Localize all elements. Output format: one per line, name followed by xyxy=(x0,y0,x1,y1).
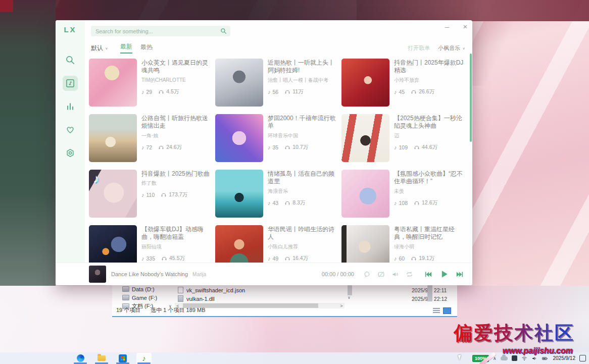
current-song-title[interactable]: Dance Like Nobody's Watching xyxy=(111,271,188,277)
song-count-icon: ♪ xyxy=(268,255,271,262)
playlist-author: TIM的CHARLOTTE xyxy=(141,77,211,84)
taskbar-date[interactable]: 2025/9/12 xyxy=(553,355,576,361)
volume-tray-icon[interactable] xyxy=(531,355,537,361)
taskbar-item-store[interactable] xyxy=(115,353,130,364)
song-count: 29 xyxy=(146,89,153,95)
playlist-title[interactable]: 【氛围感小众歌曲】“忍不住单曲循环！” xyxy=(394,170,464,186)
sidebar-item-songlist[interactable] xyxy=(63,76,78,91)
onedrive-icon[interactable] xyxy=(501,356,508,360)
song-count-icon: ♪ xyxy=(394,89,397,95)
taskbar-item-explorer[interactable] xyxy=(94,353,109,364)
playlist-title[interactable]: 情绪孤岛丨活在自己的频道里 xyxy=(268,170,337,186)
playlist-card[interactable]: 抖音热门丨2025年爆款DJ精选 小玲不放弃 ♪ 45 26.6万 xyxy=(341,59,468,114)
open-songlist-button[interactable]: 打开歌单 xyxy=(408,44,430,52)
playlist-title[interactable]: 近期热歌丨一听就上头丨阿妈特拉姆! xyxy=(268,59,337,75)
playlist-cover[interactable] xyxy=(215,225,263,263)
playlist-title[interactable]: 梦回2000！千禧年流行歌单 xyxy=(268,115,337,130)
battery-icon[interactable] xyxy=(542,355,548,361)
drive-item[interactable]: Game (F:) xyxy=(112,293,173,302)
playlist-card[interactable]: 情绪孤岛丨活在自己的频道里 海浪音乐 ♪ 43 8.3万 xyxy=(215,170,341,225)
playlist-stats: ♪ 43 8.3万 xyxy=(268,199,337,206)
window-scrollbar[interactable] xyxy=(470,54,472,142)
playlist-title[interactable]: 抖音热门丨2025年爆款DJ精选 xyxy=(394,59,464,75)
desktop: LX – × 默认 ∨ xyxy=(0,0,589,364)
sidebar-item-settings[interactable] xyxy=(63,145,78,161)
playlist-cover[interactable] xyxy=(341,170,389,218)
playlist-cover[interactable] xyxy=(89,170,137,218)
taskbar-item-edge[interactable] xyxy=(73,353,88,364)
playlist-cover[interactable] xyxy=(341,225,389,263)
sidebar-item-favorites[interactable] xyxy=(63,122,78,137)
playlist-card[interactable]: 梦回2000！千禧年流行歌单 环球音乐中国 ♪ 35 10.7万 xyxy=(215,114,341,170)
playlist-title[interactable]: 公路自驾丨听旅行热歌送烦恼出走 xyxy=(141,115,211,130)
playlist-title[interactable]: 【劲爆车载DJ】动感嗨曲，嗨翻油箱盖 xyxy=(141,226,211,241)
play-button[interactable] xyxy=(439,269,449,279)
current-song-artist[interactable]: Marija xyxy=(192,272,206,277)
scroll-down-icon[interactable]: ∨ xyxy=(348,295,351,300)
network-icon[interactable] xyxy=(521,355,527,361)
playlist-cover[interactable] xyxy=(341,59,389,107)
playlist-title[interactable]: 小众英文丨遇见夏日的灵魂共鸣 xyxy=(141,59,211,75)
previous-track-button[interactable] xyxy=(424,270,432,279)
playlist-card[interactable]: 【氛围感小众歌曲】“忍不住单曲循环！” 未羡 ♪ 108 12.6万 xyxy=(341,170,468,225)
heart-icon xyxy=(65,125,75,135)
close-button[interactable]: × xyxy=(460,22,471,31)
search-icon[interactable] xyxy=(220,28,227,34)
playlist-stats: ♪ 29 4.5万 xyxy=(141,88,211,95)
sort-dropdown[interactable]: 默认 ∨ xyxy=(91,44,108,53)
playlist-cover[interactable] xyxy=(341,114,389,162)
sidebar-item-leaderboard[interactable] xyxy=(63,99,78,114)
play-count: 16.4万 xyxy=(292,255,308,262)
playlist-title[interactable]: 【2025热梗合集】一秒沦陷灵魂上头神曲 xyxy=(394,115,464,130)
playlist-card[interactable]: 【劲爆车载DJ】动感嗨曲，嗨翻油箱盖 丽阳仙境 ♪ 335 45.5万 xyxy=(89,225,215,263)
play-count: 4.5万 xyxy=(166,88,179,95)
playlist-cover[interactable] xyxy=(215,170,263,218)
minimize-button[interactable]: – xyxy=(441,22,453,31)
file-row[interactable]: vk_swiftshader_icd.json 2025/9/7 22:11 xyxy=(178,286,447,294)
taskbar-item-lx-music[interactable]: ♪ xyxy=(136,353,152,364)
volume-icon[interactable] xyxy=(391,271,399,278)
songlist-icon xyxy=(65,78,75,88)
playlist-cover[interactable] xyxy=(89,59,137,107)
playlist-stats: ♪ 35 10.7万 xyxy=(268,144,337,151)
tray-app-icon[interactable] xyxy=(512,355,517,361)
playlist-card[interactable]: 公路自驾丨听旅行热歌送烦恼出走 一角·烛 ♪ 72 24.6万 xyxy=(89,114,215,170)
tab-newest[interactable]: 最新 xyxy=(120,42,132,54)
play-mode-icon[interactable] xyxy=(406,271,413,278)
scroll-right-icon[interactable]: > xyxy=(338,303,345,308)
play-count: 19.1万 xyxy=(419,255,434,262)
playlist-author: 迈 xyxy=(394,132,464,139)
pane-scrollbar[interactable] xyxy=(427,284,432,301)
playlist-cover[interactable] xyxy=(89,225,137,263)
comment-icon[interactable] xyxy=(363,271,371,278)
search-bar[interactable] xyxy=(91,26,230,36)
playlist-title[interactable]: 粤语私藏丨重温红星经典，唤醒旧时记忆 xyxy=(394,226,464,241)
playlist-cover[interactable] xyxy=(215,114,263,162)
playlist-card[interactable]: 近期热歌丨一听就上头丨阿妈特拉姆! 治愈丨唱人一模丨备战中考 ♪ 56 11万 xyxy=(215,59,341,114)
file-row[interactable]: vulkan-1.dll 2025/9/7 22:12 xyxy=(178,294,447,303)
playlist-card[interactable]: 小众英文丨遇见夏日的灵魂共鸣 TIM的CHARLOTTE ♪ 29 4.5万 xyxy=(89,59,215,114)
playlist-cover[interactable] xyxy=(89,114,137,162)
drive-icon xyxy=(122,286,129,292)
next-track-button[interactable] xyxy=(456,270,464,279)
tab-hottest[interactable]: 最热 xyxy=(140,43,153,53)
file-list-scrollbar[interactable] xyxy=(348,285,352,295)
source-dropdown[interactable]: 小枫音乐 ∨ xyxy=(438,44,465,52)
playlist-card[interactable]: 抖音爆款丨2025热门歌曲 炸了数 ♪ 110 173.7万 xyxy=(89,170,215,225)
sidebar-item-search[interactable] xyxy=(63,53,78,68)
playlist-card[interactable]: 粤语私藏丨重温红星经典，唤醒旧时记忆 绿海小明 ♪ 60 19.1万 xyxy=(341,225,468,263)
details-view-icon[interactable] xyxy=(433,308,440,314)
playlist-cover[interactable] xyxy=(215,59,263,107)
playlist-card[interactable]: 华语民谣丨吟唱生活的诗人 小陈白儿推荐 ♪ 49 16.4万 xyxy=(215,225,341,263)
drive-item[interactable]: Data (D:) xyxy=(112,285,173,293)
desktop-lyrics-icon[interactable] xyxy=(377,271,385,278)
playlist-title[interactable]: 华语民谣丨吟唱生活的诗人 xyxy=(268,226,337,241)
search-input[interactable] xyxy=(94,28,220,35)
album-art[interactable] xyxy=(89,266,106,283)
playlist-card[interactable]: 【2025热梗合集】一秒沦陷灵魂上头神曲 迈 ♪ 109 44.6万 xyxy=(341,114,468,170)
thumbnail-view-icon[interactable] xyxy=(443,307,451,314)
gear-icon xyxy=(65,148,75,158)
taskbar: ♪ 100% ∧ 2025/9/12 xyxy=(0,352,589,364)
action-center-icon[interactable] xyxy=(579,355,586,361)
playlist-title[interactable]: 抖音爆款丨2025热门歌曲 xyxy=(141,170,211,178)
